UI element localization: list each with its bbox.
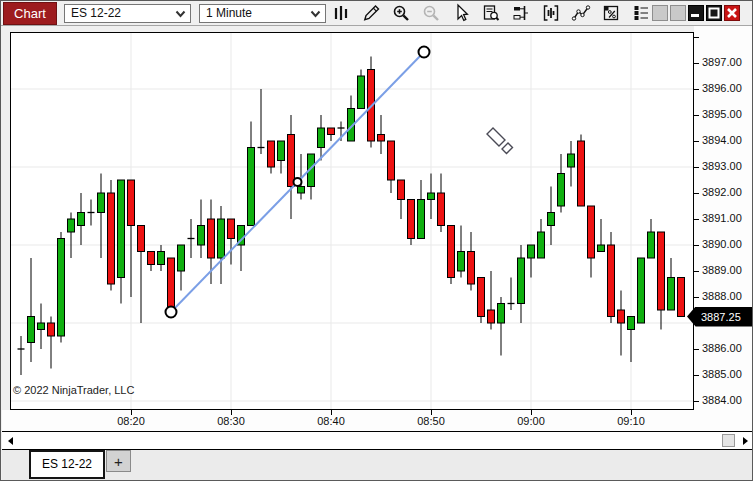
minimize-icon (689, 6, 703, 20)
candle-body (538, 232, 545, 258)
restore-button[interactable] (706, 5, 722, 21)
blank-window-button[interactable] (652, 5, 668, 21)
copyright-text: © 2022 NinjaTrader, LLC (13, 384, 134, 396)
candle-body (278, 141, 285, 161)
time-axis-label: 08:30 (209, 415, 253, 427)
candle-body (168, 258, 175, 310)
time-axis-label: 09:00 (509, 415, 553, 427)
candle-body (58, 239, 65, 337)
price-axis-label: 3884.00 (702, 394, 742, 406)
scrollbar-thumb[interactable] (722, 434, 735, 447)
candle-body (628, 317, 635, 330)
scroll-left-button[interactable] (3, 433, 18, 448)
close-button[interactable] (724, 5, 740, 21)
trend-line-handle[interactable] (419, 47, 430, 58)
price-axis-label: 3897.00 (702, 56, 742, 68)
tab-es-12-22[interactable]: ES 12-22 (29, 450, 105, 479)
time-axis-label: 09:10 (609, 415, 653, 427)
trend-line-handle[interactable] (166, 307, 177, 318)
time-axis-label: 08:50 (409, 415, 453, 427)
pencil-icon (361, 3, 381, 23)
data-box-button[interactable] (481, 3, 501, 23)
candle-body (78, 213, 85, 226)
price-axis-tick (694, 63, 699, 64)
chart-trader-button[interactable] (511, 3, 531, 23)
price-axis-tick (694, 401, 699, 402)
candle-body (498, 304, 505, 324)
restore-icon (707, 6, 721, 20)
candle-body (318, 128, 325, 148)
time-axis-label: 08:40 (309, 415, 353, 427)
price-axis-label: 3892.00 (702, 186, 742, 198)
candle-body (558, 174, 565, 207)
chart-style-button[interactable] (331, 3, 351, 23)
drawing-tools-button[interactable] (361, 3, 381, 23)
add-tab-button[interactable]: + (106, 450, 131, 472)
chart-window-tab[interactable]: Chart (3, 2, 57, 25)
period-dropdown-value: 1 Minute (206, 6, 252, 20)
price-axis-tick (694, 245, 699, 246)
cursor-button[interactable] (451, 3, 471, 23)
candle-body (48, 323, 55, 336)
candle-body (388, 141, 395, 180)
price-axis-label: 3895.00 (702, 108, 742, 120)
zoom-in-button[interactable] (391, 3, 411, 23)
candle-body (468, 252, 475, 285)
candle-body (458, 252, 465, 272)
bars-panel-button[interactable] (541, 3, 561, 23)
time-axis-label: 08:20 (109, 415, 153, 427)
candle-body (128, 180, 135, 226)
time-axis[interactable]: 08:2008:3008:4008:5009:0009:10 (2, 410, 694, 431)
candle-body (438, 193, 445, 226)
price-axis-label: 3891.00 (702, 212, 742, 224)
candle-body (668, 278, 675, 311)
price-axis-label: 3888.00 (702, 290, 742, 302)
candle-body (568, 154, 575, 167)
candle-body (68, 219, 75, 232)
price-axis-label: 3885.00 (702, 368, 742, 380)
chart-style-icon (331, 3, 351, 23)
instrument-dropdown[interactable]: ES 12-22 (64, 4, 191, 23)
properties-button[interactable] (631, 3, 651, 23)
candle-body (638, 258, 645, 323)
candle-body (648, 232, 655, 258)
candle-body (548, 213, 555, 226)
indicators-button[interactable] (571, 3, 591, 23)
price-axis-tick (694, 297, 699, 298)
candle-body (488, 310, 495, 323)
price-axis-tick (694, 141, 699, 142)
chevron-down-icon (175, 10, 186, 18)
candle-body (288, 135, 295, 187)
candle-body (478, 278, 485, 317)
candle-body (148, 252, 155, 265)
period-dropdown[interactable]: 1 Minute (199, 4, 326, 23)
candle-body (358, 76, 365, 109)
price-axis[interactable]: 3897.003896.003895.003894.003893.003892.… (694, 26, 753, 431)
strategies-button[interactable] (601, 3, 621, 23)
candle-body (138, 226, 145, 252)
last-price-marker: 3887.25 (687, 307, 753, 327)
price-axis-label: 3894.00 (702, 134, 742, 146)
candle-body (588, 206, 595, 258)
candle-body (608, 245, 615, 317)
scroll-right-button[interactable] (737, 433, 752, 448)
candle-body (598, 245, 605, 252)
price-axis-tick (694, 115, 699, 116)
candle-body (408, 200, 415, 239)
zoom-out-button[interactable] (421, 3, 441, 23)
candle-body (658, 232, 665, 310)
candle-body (158, 252, 165, 265)
candle-body (418, 200, 425, 239)
blank-window-button[interactable] (670, 5, 686, 21)
price-axis-tick (694, 219, 699, 220)
trend-line-handle[interactable] (294, 178, 302, 186)
minimize-button[interactable] (688, 5, 704, 21)
horizontal-scrollbar[interactable] (2, 431, 753, 450)
price-axis-label: 3890.00 (702, 238, 742, 250)
pointer-icon (451, 3, 471, 23)
instrument-dropdown-value: ES 12-22 (71, 6, 121, 20)
chevron-down-icon (310, 10, 321, 18)
price-axis-tick (694, 193, 699, 194)
chart-plot-area[interactable] (10, 32, 694, 410)
toolbar-icons (331, 3, 651, 23)
